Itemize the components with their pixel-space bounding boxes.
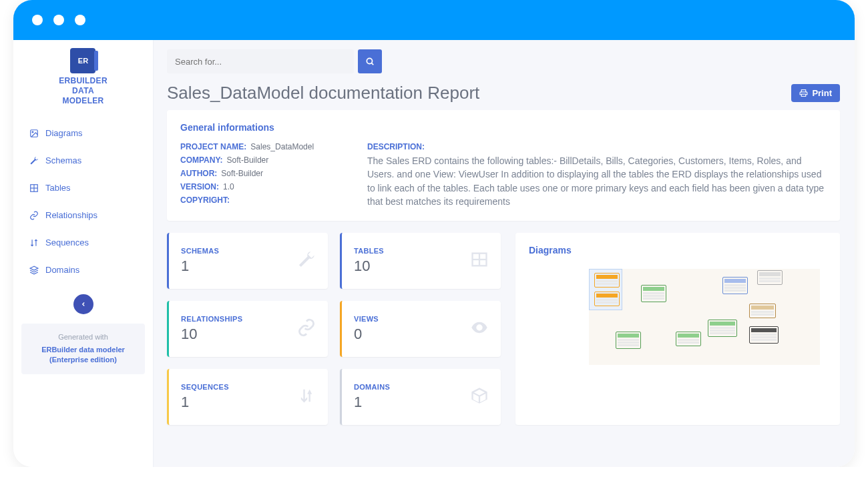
sidebar-item-sequences[interactable]: Sequences	[13, 229, 153, 256]
stat-value: 10	[181, 326, 242, 343]
sidebar-item-label: Sequences	[45, 237, 89, 248]
stat-value: 10	[354, 258, 384, 275]
window-dot	[53, 15, 64, 25]
stat-value: 0	[354, 326, 379, 343]
stat-label: TABLES	[354, 247, 384, 255]
sidebar-item-label: Domains	[45, 265, 79, 275]
link-icon	[297, 318, 316, 340]
window-dot	[75, 15, 85, 25]
brand: ER ERBUILDER DATA MODELER	[59, 48, 107, 106]
description-text: The Sales ERD contains the following tab…	[367, 154, 827, 208]
stat-card-sequences[interactable]: SEQUENCES1	[167, 369, 328, 425]
search-icon	[365, 57, 375, 66]
author-label: AUTHOR:	[180, 169, 217, 178]
stat-label: SCHEMAS	[181, 247, 219, 255]
stat-card-views[interactable]: VIEWS0	[340, 301, 501, 357]
window-dot	[32, 15, 43, 25]
erd-diagram-thumbnail[interactable]	[529, 265, 827, 365]
wrench-icon	[29, 156, 39, 165]
search-input[interactable]	[167, 49, 354, 73]
diagrams-panel: Diagrams	[515, 233, 840, 425]
cube-icon	[470, 386, 489, 408]
version-value: 1.0	[223, 182, 234, 191]
table-icon	[470, 250, 489, 272]
stat-value: 1	[181, 394, 229, 411]
stat-label: RELATIONSHIPS	[181, 315, 242, 323]
author-value: Soft-Builder	[221, 169, 263, 178]
version-label: VERSION:	[180, 182, 219, 191]
svg-point-1	[32, 131, 33, 133]
link-icon	[29, 211, 39, 220]
stat-card-relationships[interactable]: RELATIONSHIPS10	[167, 301, 328, 357]
sidebar-item-label: Schemas	[45, 155, 81, 165]
sidebar-item-label: Tables	[45, 183, 71, 193]
brand-icon: ER	[70, 48, 95, 73]
stat-label: VIEWS	[354, 315, 379, 323]
sidebar-item-domains[interactable]: Domains	[13, 256, 153, 284]
page-title: Sales_DataModel documentation Report	[167, 83, 479, 103]
project-name-value: Sales_DataModel	[250, 142, 314, 151]
sort-icon	[29, 238, 39, 248]
sidebar: ER ERBUILDER DATA MODELER Diagrams Schem…	[13, 40, 154, 467]
svg-rect-8	[802, 94, 807, 96]
company-label: COMPANY:	[180, 155, 223, 165]
stat-value: 1	[354, 394, 390, 411]
window-titlebar	[13, 0, 855, 40]
general-info-heading: General informations	[180, 122, 827, 133]
wrench-icon	[297, 250, 316, 272]
svg-rect-7	[802, 90, 807, 92]
stat-card-tables[interactable]: TABLES10	[340, 233, 501, 289]
sidebar-item-diagrams[interactable]: Diagrams	[13, 119, 153, 147]
image-icon	[29, 129, 39, 138]
sidebar-item-label: Diagrams	[45, 128, 83, 138]
generated-with-box: Generated with ERBuilder data modeler (E…	[21, 324, 145, 374]
search-button[interactable]	[358, 49, 382, 73]
sidebar-item-schemas[interactable]: Schemas	[13, 147, 153, 174]
svg-point-5	[367, 58, 372, 63]
sidebar-item-tables[interactable]: Tables	[13, 174, 153, 201]
stat-card-schemas[interactable]: SCHEMAS1	[167, 233, 328, 289]
company-value: Soft-Builder	[227, 155, 269, 165]
stat-label: SEQUENCES	[181, 383, 229, 391]
copyright-label: COPYRIGHT:	[180, 195, 230, 205]
print-button[interactable]: Print	[791, 84, 840, 102]
sort-icon	[297, 386, 316, 408]
diagrams-heading: Diagrams	[529, 245, 827, 256]
general-info-card: General informations PROJECT NAME:Sales_…	[167, 110, 840, 221]
brand-text: ERBUILDER DATA MODELER	[59, 76, 107, 106]
project-name-label: PROJECT NAME:	[180, 142, 246, 151]
description-label: DESCRIPTION:	[367, 142, 827, 151]
collapse-sidebar-button[interactable]	[73, 294, 93, 314]
print-icon	[799, 89, 808, 97]
generated-with-label: Generated with	[27, 333, 140, 341]
generated-with-value: ERBuilder data modeler (Enterprise editi…	[27, 345, 140, 365]
table-icon	[29, 183, 39, 193]
print-button-label: Print	[812, 88, 832, 98]
eye-icon	[470, 318, 489, 340]
stat-card-domains[interactable]: DOMAINS1	[340, 369, 501, 425]
cube-icon	[29, 266, 39, 275]
sidebar-item-label: Relationships	[45, 210, 97, 220]
stat-label: DOMAINS	[354, 383, 390, 391]
svg-line-6	[372, 63, 374, 65]
stat-value: 1	[181, 258, 219, 275]
sidebar-item-relationships[interactable]: Relationships	[13, 201, 153, 229]
